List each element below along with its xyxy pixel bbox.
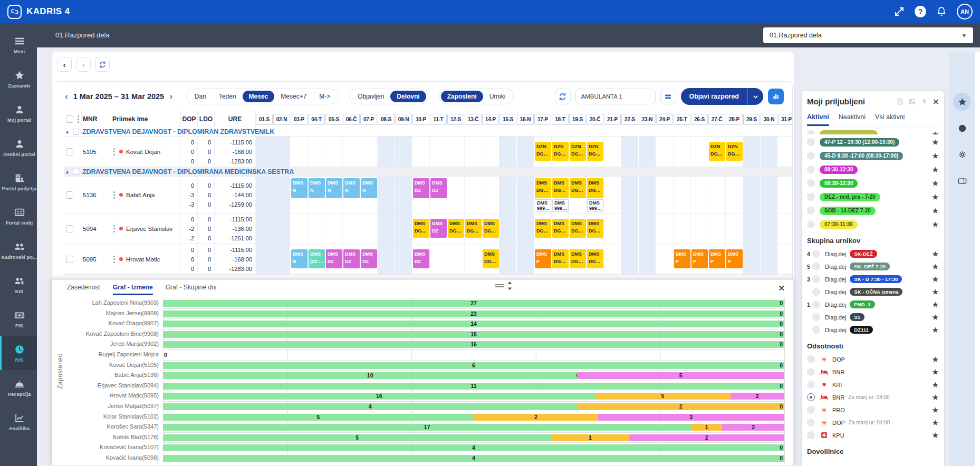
row-menu-icon[interactable] [112,147,116,157]
shift-cell[interactable]: DZNDG… [535,142,551,161]
group-checkbox[interactable] [73,129,79,135]
favorites-close-icon[interactable]: ✕ [933,98,939,106]
favorite-toggle-circle[interactable] [807,207,815,215]
favorite-star-icon[interactable]: ★ [932,262,939,271]
view-option-teden[interactable]: Teden [213,91,243,102]
favorite-star-icon[interactable]: ★ [932,220,939,229]
favorite-star-icon[interactable]: ★ [932,151,939,161]
shift-cell[interactable]: DMSN [291,178,308,198]
absence-toggle-circle[interactable] [807,406,815,414]
favorite-toggle-circle[interactable] [807,130,815,134]
absence-item[interactable]: BNR★ [807,366,939,378]
nav-forward-button[interactable]: › [76,57,91,72]
schedule-group-toggle-circle[interactable] [812,288,820,296]
favorite-item[interactable]: 45-D 8:30 -17:00 (08:30-17:00)★ [807,150,939,162]
chart-tab-zasedenost[interactable]: Zasedenost [67,284,100,295]
chart-tab-graf-skupine-dni[interactable]: Graf - Skupine dni [166,284,217,295]
favorite-item[interactable]: DEZ - ned, pra - 7-20★ [807,191,939,203]
favorite-star-icon[interactable]: ★ [932,300,939,309]
schedule-group-item[interactable]: 4Diag.dejSK-DEŽ★ [807,248,939,260]
next-period-chevron[interactable]: › [166,91,176,102]
shift-cell[interactable]: DMSDG… [448,219,464,238]
absence-item[interactable]: ☀PRO★ [807,404,939,416]
shift-cell[interactable]: DMSN [291,249,308,268]
chart-view-button[interactable] [768,89,784,104]
shift-cell[interactable]: DMSDZ [430,219,447,238]
shift-cell[interactable]: DMSDG… [552,249,569,268]
sidebar-item-analitika[interactable]: Analitika [0,404,37,439]
favorite-toggle-circle[interactable] [807,166,815,173]
favorite-star-icon[interactable]: ★ [932,355,939,364]
shift-cell[interactable]: DZNDG… [570,142,586,161]
publish-option-objavljen[interactable]: Objavljen [351,91,390,102]
schedule-group-item[interactable]: 1Diag.dejPND -1★ [807,298,939,310]
shift-cell[interactable]: DMSDG… [465,219,482,238]
absence-toggle-circle[interactable] [807,419,815,426]
view-option-m-[interactable]: M-> [313,91,337,102]
row-menu-icon[interactable] [112,190,116,200]
schedule-group-toggle-circle[interactable] [812,300,820,308]
collapse-group-icon[interactable]: ▲ [65,129,70,134]
user-avatar[interactable]: AN [957,4,973,20]
view-option-dan[interactable]: Dan [188,91,213,102]
row-checkbox[interactable] [66,191,73,199]
shift-cell[interactable]: DMSDG… [413,219,429,238]
fullscreen-icon[interactable] [893,6,905,17]
shift-cell[interactable]: DMSP [691,249,708,268]
rail-favorites-button[interactable] [953,93,971,111]
favorite-star-icon[interactable]: ★ [932,287,939,297]
shift-cell[interactable]: DMSN [326,178,342,198]
chart-tab-graf-izmene[interactable]: Graf - Izmene [113,284,153,295]
favorite-star-icon[interactable]: ★ [932,405,939,415]
favorite-item[interactable]: 07:30-11:30★ [807,218,939,230]
shift-cell[interactable]: DMSDG… [587,249,603,268]
shift-cell[interactable]: DMSDG… [570,219,586,238]
panel-resize-handle[interactable] [495,281,513,290]
header-kebab-icon[interactable] [75,111,82,127]
mode-option-zaposleni[interactable]: Zaposleni [441,91,483,102]
shift-cell[interactable]: DMSDZ [413,178,429,198]
favorite-star-icon[interactable]: ★ [932,380,939,390]
notifications-bell-icon[interactable] [936,6,947,17]
absence-toggle-circle[interactable] [807,381,815,389]
shift-cell[interactable]: DMSDG… [570,178,586,198]
favorite-toggle-circle[interactable] [807,193,815,201]
shift-cell[interactable]: DMSP [674,249,690,268]
nav-refresh-button[interactable] [95,57,110,72]
view-option-mesec-7[interactable]: Mesec+7 [274,91,313,102]
shift-cell[interactable]: DMSDZ [430,178,447,198]
favorite-star-icon[interactable]: ★ [932,367,939,377]
shift-cell[interactable]: DMSDZ [361,249,377,268]
shift-cell[interactable]: DMSN [309,178,325,198]
shift-cell[interactable]: DMSDZ [326,249,342,268]
schedule-group-toggle-circle[interactable] [812,263,820,270]
favorite-star-icon[interactable]: ★ [932,431,939,440]
nav-back-button[interactable]: ‹ [57,57,72,72]
absence-item[interactable]: ♥KRI★ [807,378,939,391]
mode-option-urniki[interactable]: Urniki [483,91,512,102]
shift-cell[interactable]: DMS(22:… [309,249,325,268]
absence-toggle-circle[interactable] [807,355,815,363]
favorite-item[interactable]: 08:30-12:30★ [807,163,939,176]
favorite-star-icon[interactable]: ★ [932,192,939,202]
schedule-group-toggle-circle[interactable] [812,250,820,258]
favorite-toggle-circle[interactable] [807,179,815,187]
row-checkbox[interactable] [66,256,73,263]
shift-cell[interactable]: DMSDG… [552,219,569,238]
favorites-tab-aktivni[interactable]: Aktivni [807,113,829,126]
favorites-tab-vsi-aktivni[interactable]: Vsi aktivni [875,113,905,126]
schedule-group-toggle-circle[interactable] [812,313,820,321]
sidebar-item-portal-vodij[interactable]: Portal vodij [0,199,37,233]
favorite-star-icon[interactable]: ★ [932,249,939,259]
sidebar-item-ris[interactable]: RIS [0,336,37,370]
row-menu-icon[interactable] [112,255,116,264]
sidebar-item-kadrovski[interactable]: Kadrovski po... [0,233,37,267]
schedule-group-item[interactable]: 5Diag.dejSK- DEŽ 7-20★ [807,260,939,273]
favorite-item[interactable]: ★ [807,130,939,134]
absence-toggle-circle[interactable] [807,431,815,439]
image-icon[interactable] [908,98,916,105]
prev-period-chevron[interactable]: ‹ [62,91,71,102]
shift-cell[interactable]: DMSDG… [483,249,499,268]
absence-item[interactable]: ☀DOPZa manj ur: 04:00★ [807,416,939,429]
favorite-toggle-circle[interactable] [807,220,815,228]
